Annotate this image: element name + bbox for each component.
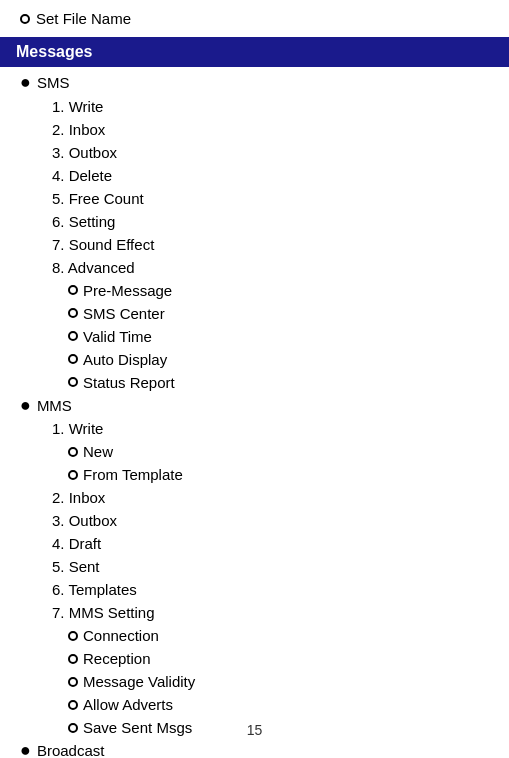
sms-sound-effect-label: 7. Sound Effect [52,236,154,253]
mms-outbox-label: 3. Outbox [52,512,117,529]
mms-item: ● MMS [0,394,509,418]
mms-connection-icon [68,631,78,641]
set-file-name-label: Set File Name [36,8,131,29]
mms-draft: 4. Draft [0,532,509,555]
mms-message-validity-icon [68,677,78,687]
mms-setting: 7. MMS Setting [0,601,509,624]
mms-outbox: 3. Outbox [0,509,509,532]
mms-message-validity-label: Message Validity [83,671,195,692]
mms-message-validity: Message Validity [0,670,509,693]
mms-reception-label: Reception [83,648,151,669]
mms-draft-label: 4. Draft [52,535,101,552]
valid-time-icon [68,331,78,341]
mms-setting-label: 7. MMS Setting [52,604,155,621]
mms-sent-label: 5. Sent [52,558,100,575]
sms-auto-display: Auto Display [0,348,509,371]
sms-label: SMS [37,72,70,93]
sms-write: 1. Write [0,95,509,118]
auto-display-icon [68,354,78,364]
menu-list: ● SMS 1. Write 2. Inbox 3. Outbox 4. Del… [0,67,509,758]
sms-valid-time: Valid Time [0,325,509,348]
mms-label: MMS [37,395,72,416]
status-report-label: Status Report [83,372,175,393]
broadcast-label: Broadcast [37,740,105,758]
sms-center-icon [68,308,78,318]
sms-center-label: SMS Center [83,303,165,324]
status-report-icon [68,377,78,387]
valid-time-label: Valid Time [83,326,152,347]
pre-message-icon [68,285,78,295]
sms-bullet: ● [20,72,31,94]
mms-save-sent-msgs-icon [68,723,78,733]
mms-inbox: 2. Inbox [0,486,509,509]
mms-new-icon [68,447,78,457]
sms-setting-label: 6. Setting [52,213,115,230]
sms-status-report: Status Report [0,371,509,394]
mms-templates-label: 6. Templates [52,581,137,598]
mms-from-template: From Template [0,463,509,486]
mms-write: 1. Write [0,417,509,440]
sms-free-count-label: 5. Free Count [52,190,144,207]
mms-allow-adverts-icon [68,700,78,710]
mms-reception-icon [68,654,78,664]
sms-inbox-label: 2. Inbox [52,121,105,138]
mms-sent: 5. Sent [0,555,509,578]
mms-connection: Connection [0,624,509,647]
sms-write-label: 1. Write [52,98,103,115]
mms-allow-adverts-label: Allow Adverts [83,694,173,715]
mms-write-label: 1. Write [52,420,103,437]
page-number: 15 [247,722,263,738]
mms-save-sent-msgs-label: Save Sent Msgs [83,717,192,738]
messages-header: Messages [0,37,509,67]
mms-new: New [0,440,509,463]
mms-from-template-icon [68,470,78,480]
mms-bullet: ● [20,395,31,417]
sms-delete-label: 4. Delete [52,167,112,184]
sms-item: ● SMS [0,71,509,95]
sms-outbox-label: 3. Outbox [52,144,117,161]
sms-pre-message: Pre-Message [0,279,509,302]
top-set-file-name: Set File Name [0,0,509,33]
broadcast-item: ● Broadcast [0,739,509,758]
sms-delete: 4. Delete [0,164,509,187]
mms-from-template-label: From Template [83,464,183,485]
sms-free-count: 5. Free Count [0,187,509,210]
sms-outbox: 3. Outbox [0,141,509,164]
mms-allow-adverts: Allow Adverts [0,693,509,716]
pre-message-label: Pre-Message [83,280,172,301]
sms-sms-center: SMS Center [0,302,509,325]
broadcast-bullet: ● [20,740,31,758]
mms-new-label: New [83,441,113,462]
circle-icon [20,14,30,24]
mms-templates: 6. Templates [0,578,509,601]
mms-inbox-label: 2. Inbox [52,489,105,506]
mms-reception: Reception [0,647,509,670]
sms-sound-effect: 7. Sound Effect [0,233,509,256]
sms-setting: 6. Setting [0,210,509,233]
mms-connection-label: Connection [83,625,159,646]
sms-advanced-label: 8. Advanced [52,259,135,276]
sms-inbox: 2. Inbox [0,118,509,141]
sms-advanced: 8. Advanced [0,256,509,279]
auto-display-label: Auto Display [83,349,167,370]
